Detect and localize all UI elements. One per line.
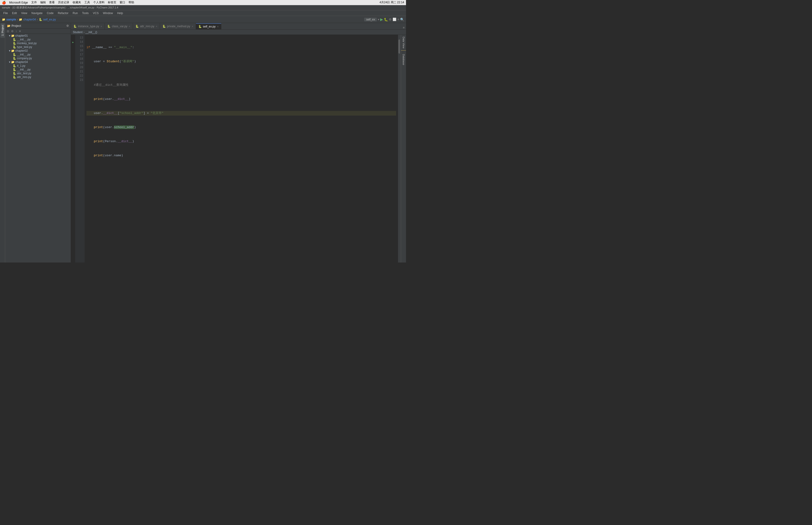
tab-close-icon[interactable]: ✕	[217, 25, 219, 28]
py-file-icon: 🐍	[13, 64, 16, 68]
run-dropdown-icon[interactable]: ▾	[378, 18, 379, 21]
tree-item[interactable]: 🐍 __init__.py	[5, 52, 71, 56]
toolbar-sort-btn[interactable]: ↕	[15, 29, 18, 33]
menu-tabs[interactable]: 标签页	[108, 0, 116, 4]
py-file-icon: 🐍	[13, 57, 16, 60]
py-file-icon: 🐍	[13, 45, 16, 49]
toolbar-collapse-btn[interactable]: ⊟	[6, 29, 10, 33]
menu-view-mac[interactable]: 查看	[49, 0, 55, 4]
menu-code[interactable]: Code	[45, 11, 56, 15]
tab-close-icon[interactable]: ✕	[100, 25, 102, 28]
right-sidebar-tabs: Data View Database	[401, 35, 406, 262]
settings-button[interactable]: ≡	[397, 18, 399, 21]
mac-menubar: 🍎 Microsoft Edge 文件 编辑 查看 历史记录 收藏夹 工具 个人…	[0, 0, 406, 5]
run-line-btn[interactable]: ▶	[72, 41, 75, 44]
tab-py-icon: 🐍	[198, 25, 202, 28]
menu-file-mac[interactable]: 文件	[31, 0, 37, 4]
code-line-20: print(Person.__dict__)	[87, 139, 396, 144]
menu-tools-mac[interactable]: 工具	[85, 0, 90, 4]
tab-private-method[interactable]: 🐍 private_method.py ✕	[160, 23, 196, 29]
menu-vcs[interactable]: VCS	[91, 11, 101, 15]
bc-student[interactable]: Student	[73, 31, 82, 34]
run-config-name: self_ex	[364, 18, 377, 21]
tree-item[interactable]: 🐍 monkey_test.py	[5, 41, 71, 45]
menu-tools[interactable]: Tools	[80, 11, 90, 15]
tree-item[interactable]: 🐍 company.py	[5, 56, 71, 60]
menu-history[interactable]: 历史记录	[58, 0, 69, 4]
menu-window-mac[interactable]: 窗口	[120, 0, 125, 4]
menu-view[interactable]: View	[19, 11, 29, 15]
menu-microsoft-edge[interactable]: Microsoft Edge	[9, 1, 28, 4]
menu-help[interactable]: Help	[116, 11, 125, 15]
breadcrumb-chapter04[interactable]: chapter04	[23, 18, 36, 21]
sidebar-tab-project[interactable]: 1: Project	[0, 23, 5, 38]
folder-icon: 📁	[11, 60, 15, 64]
tab-py-icon: 🐍	[73, 25, 77, 28]
run-gutter: ▶	[71, 35, 75, 262]
menu-edit[interactable]: Edit	[10, 11, 19, 15]
breadcrumb-sample[interactable]: sample	[6, 18, 16, 21]
tab-close-icon[interactable]: ✕	[191, 25, 193, 28]
tree-item[interactable]: 🐍 type_test.py	[5, 45, 71, 49]
editor-breadcrumb: Student › __init__()	[71, 30, 406, 35]
debug-button[interactable]: 🐛	[384, 18, 388, 21]
menu-profile[interactable]: 个人资料	[93, 0, 105, 4]
tab-attr-mro[interactable]: 🐍 attr_mro.py ✕	[133, 23, 160, 29]
menu-edit-mac[interactable]: 编辑	[40, 0, 46, 4]
tab-py-icon: 🐍	[107, 25, 111, 28]
folder-icon: 📁	[11, 49, 15, 52]
code-line-14: user = Student("慕课网")	[87, 59, 396, 64]
tree-item[interactable]: ▾ 📁 chapter04	[5, 60, 71, 64]
code-line-21: print(user.name)	[87, 153, 396, 158]
tab-close-icon[interactable]: ✕	[128, 25, 131, 28]
app-title: sample - [G:\慕课课程\AdvancePython\projects…	[2, 6, 118, 10]
menu-navigate[interactable]: Navigate	[30, 11, 44, 15]
scroll-gutter[interactable]	[398, 35, 401, 262]
py-file-icon: 🐍	[13, 68, 16, 71]
menu-run[interactable]: Run	[71, 11, 80, 15]
tree-item[interactable]: 🐍 abc_test.py	[5, 72, 71, 75]
breadcrumb-file[interactable]: self_ex.py	[43, 18, 56, 21]
run-coverage-button[interactable]: ⚙	[389, 18, 392, 21]
toolbar-close-btn[interactable]: ✕	[18, 29, 22, 33]
menu-window[interactable]: Window	[101, 11, 115, 15]
app-menu: File Edit View Navigate Code Refactor Ru…	[0, 10, 406, 16]
folder-icon: 📁	[2, 18, 5, 21]
code-content[interactable]: if __name__ == "__main__": user = Studen…	[85, 35, 398, 262]
menu-help-mac[interactable]: 帮助	[128, 0, 134, 4]
tree-item[interactable]: 🐍 4_1.py	[5, 64, 71, 68]
panel-header: 📂 Project ⚙	[5, 23, 71, 29]
mac-time: 4月24日 周二 22:14	[380, 0, 404, 4]
tab-self-ex[interactable]: 🐍 self_ex.py ✕	[196, 23, 221, 29]
code-editor[interactable]: ▶ 13 14 15 16 17 18 19 20 21 22 23	[71, 35, 398, 262]
tab-class-var[interactable]: 🐍 class_var.py ✕	[105, 23, 133, 29]
search-button[interactable]: 🔍	[400, 18, 404, 21]
folder-icon-2: 📁	[19, 18, 22, 21]
folder-icon: 📁	[11, 34, 15, 38]
tree-item[interactable]: 🐍 attr_mro.py	[5, 75, 71, 79]
tab-list-icon[interactable]: ≡	[401, 26, 406, 29]
editor-area: 🐍 instance_type.py ✕ 🐍 class_var.py ✕ 🐍 …	[71, 23, 406, 262]
apple-icon[interactable]: 🍎	[2, 1, 6, 4]
menu-favorites[interactable]: 收藏夹	[73, 0, 81, 4]
panel-toolbar: ⊟ ⚙ ↕ ✕	[5, 29, 71, 34]
right-tab-database[interactable]: Database	[401, 52, 406, 67]
tree-item[interactable]: ▾ 📁 chapter01	[5, 34, 71, 38]
tab-py-icon: 🐍	[135, 25, 139, 28]
run-button[interactable]: ▶	[380, 17, 383, 21]
tab-instance-type[interactable]: 🐍 instance_type.py ✕	[71, 23, 105, 29]
menu-file[interactable]: File	[1, 11, 10, 15]
bc-init[interactable]: __init__()	[85, 31, 97, 34]
menu-refactor[interactable]: Refactor	[56, 11, 70, 15]
panel-gear-icon[interactable]: ⚙	[66, 24, 69, 28]
code-line-17: print(user.__dict__)	[87, 97, 396, 102]
code-line-16: #通过__dict__查询属性	[87, 83, 396, 87]
tree-item[interactable]: 🐍 __init__.py	[5, 38, 71, 41]
code-line-18: user.__dict__["school_addr"] = "北京市"	[87, 111, 396, 116]
tree-item[interactable]: ▾ 📁 chapter02	[5, 49, 71, 52]
stop-button[interactable]: ⬜	[393, 18, 396, 21]
tab-close-icon[interactable]: ✕	[155, 25, 157, 28]
tree-item[interactable]: 🐍 __init__.py	[5, 68, 71, 72]
toolbar-settings-btn[interactable]: ⚙	[10, 29, 14, 33]
right-tab-dataview[interactable]: Data View	[401, 35, 406, 50]
